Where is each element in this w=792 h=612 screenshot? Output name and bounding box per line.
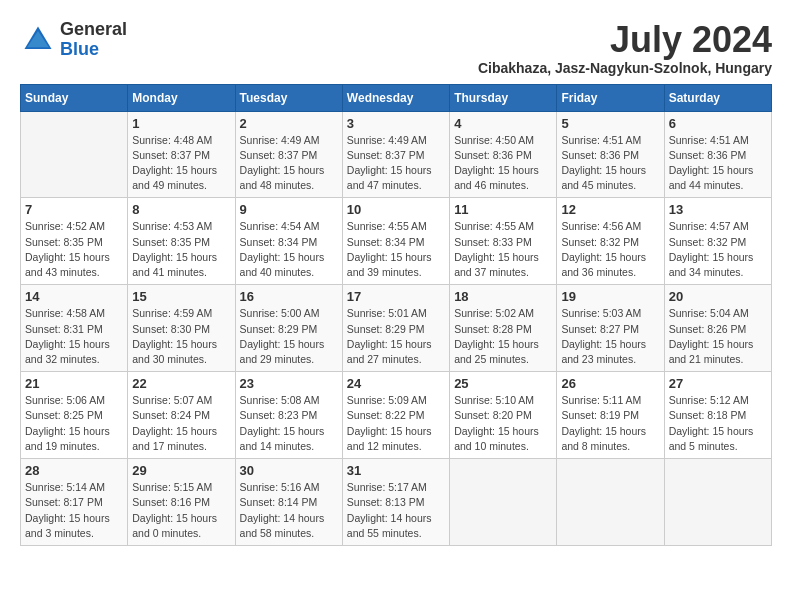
calendar-cell: 25Sunrise: 5:10 AM Sunset: 8:20 PM Dayli… <box>450 372 557 459</box>
day-number: 20 <box>669 289 767 304</box>
calendar-cell: 4Sunrise: 4:50 AM Sunset: 8:36 PM Daylig… <box>450 111 557 198</box>
day-info: Sunrise: 5:09 AM Sunset: 8:22 PM Dayligh… <box>347 393 445 454</box>
month-title: July 2024 <box>478 20 772 60</box>
day-info: Sunrise: 4:50 AM Sunset: 8:36 PM Dayligh… <box>454 133 552 194</box>
calendar-cell: 16Sunrise: 5:00 AM Sunset: 8:29 PM Dayli… <box>235 285 342 372</box>
calendar-cell <box>557 459 664 546</box>
day-number: 14 <box>25 289 123 304</box>
day-info: Sunrise: 5:00 AM Sunset: 8:29 PM Dayligh… <box>240 306 338 367</box>
day-number: 16 <box>240 289 338 304</box>
calendar-cell <box>664 459 771 546</box>
calendar-cell: 8Sunrise: 4:53 AM Sunset: 8:35 PM Daylig… <box>128 198 235 285</box>
calendar-cell: 7Sunrise: 4:52 AM Sunset: 8:35 PM Daylig… <box>21 198 128 285</box>
day-number: 11 <box>454 202 552 217</box>
calendar-cell: 9Sunrise: 4:54 AM Sunset: 8:34 PM Daylig… <box>235 198 342 285</box>
day-info: Sunrise: 4:57 AM Sunset: 8:32 PM Dayligh… <box>669 219 767 280</box>
day-info: Sunrise: 4:51 AM Sunset: 8:36 PM Dayligh… <box>561 133 659 194</box>
day-info: Sunrise: 5:01 AM Sunset: 8:29 PM Dayligh… <box>347 306 445 367</box>
header-cell-saturday: Saturday <box>664 84 771 111</box>
day-info: Sunrise: 4:55 AM Sunset: 8:34 PM Dayligh… <box>347 219 445 280</box>
day-info: Sunrise: 4:49 AM Sunset: 8:37 PM Dayligh… <box>240 133 338 194</box>
day-info: Sunrise: 5:07 AM Sunset: 8:24 PM Dayligh… <box>132 393 230 454</box>
calendar-cell: 24Sunrise: 5:09 AM Sunset: 8:22 PM Dayli… <box>342 372 449 459</box>
day-number: 27 <box>669 376 767 391</box>
calendar-week-row: 1Sunrise: 4:48 AM Sunset: 8:37 PM Daylig… <box>21 111 772 198</box>
day-info: Sunrise: 4:55 AM Sunset: 8:33 PM Dayligh… <box>454 219 552 280</box>
day-number: 12 <box>561 202 659 217</box>
day-number: 18 <box>454 289 552 304</box>
day-number: 26 <box>561 376 659 391</box>
calendar-cell: 19Sunrise: 5:03 AM Sunset: 8:27 PM Dayli… <box>557 285 664 372</box>
day-info: Sunrise: 5:12 AM Sunset: 8:18 PM Dayligh… <box>669 393 767 454</box>
calendar-cell: 17Sunrise: 5:01 AM Sunset: 8:29 PM Dayli… <box>342 285 449 372</box>
day-info: Sunrise: 4:51 AM Sunset: 8:36 PM Dayligh… <box>669 133 767 194</box>
calendar-cell: 29Sunrise: 5:15 AM Sunset: 8:16 PM Dayli… <box>128 459 235 546</box>
location-title: Cibakhaza, Jasz-Nagykun-Szolnok, Hungary <box>478 60 772 76</box>
day-number: 24 <box>347 376 445 391</box>
day-info: Sunrise: 4:58 AM Sunset: 8:31 PM Dayligh… <box>25 306 123 367</box>
day-number: 1 <box>132 116 230 131</box>
calendar-body: 1Sunrise: 4:48 AM Sunset: 8:37 PM Daylig… <box>21 111 772 545</box>
logo: General Blue <box>20 20 127 60</box>
calendar-cell: 6Sunrise: 4:51 AM Sunset: 8:36 PM Daylig… <box>664 111 771 198</box>
logo-line1: General <box>60 19 127 39</box>
calendar-cell: 22Sunrise: 5:07 AM Sunset: 8:24 PM Dayli… <box>128 372 235 459</box>
day-info: Sunrise: 5:11 AM Sunset: 8:19 PM Dayligh… <box>561 393 659 454</box>
day-info: Sunrise: 4:53 AM Sunset: 8:35 PM Dayligh… <box>132 219 230 280</box>
calendar-header-row: SundayMondayTuesdayWednesdayThursdayFrid… <box>21 84 772 111</box>
day-info: Sunrise: 4:59 AM Sunset: 8:30 PM Dayligh… <box>132 306 230 367</box>
calendar-cell: 14Sunrise: 4:58 AM Sunset: 8:31 PM Dayli… <box>21 285 128 372</box>
day-number: 7 <box>25 202 123 217</box>
day-info: Sunrise: 4:52 AM Sunset: 8:35 PM Dayligh… <box>25 219 123 280</box>
calendar-cell <box>21 111 128 198</box>
day-number: 28 <box>25 463 123 478</box>
day-info: Sunrise: 5:08 AM Sunset: 8:23 PM Dayligh… <box>240 393 338 454</box>
day-number: 4 <box>454 116 552 131</box>
day-number: 21 <box>25 376 123 391</box>
calendar-cell: 18Sunrise: 5:02 AM Sunset: 8:28 PM Dayli… <box>450 285 557 372</box>
calendar-cell: 28Sunrise: 5:14 AM Sunset: 8:17 PM Dayli… <box>21 459 128 546</box>
header-cell-sunday: Sunday <box>21 84 128 111</box>
day-number: 19 <box>561 289 659 304</box>
day-number: 6 <box>669 116 767 131</box>
calendar-cell: 15Sunrise: 4:59 AM Sunset: 8:30 PM Dayli… <box>128 285 235 372</box>
logo-text: General Blue <box>60 20 127 60</box>
day-info: Sunrise: 5:15 AM Sunset: 8:16 PM Dayligh… <box>132 480 230 541</box>
header-cell-tuesday: Tuesday <box>235 84 342 111</box>
header-cell-monday: Monday <box>128 84 235 111</box>
day-number: 9 <box>240 202 338 217</box>
header-cell-friday: Friday <box>557 84 664 111</box>
logo-line2: Blue <box>60 39 99 59</box>
calendar-cell: 21Sunrise: 5:06 AM Sunset: 8:25 PM Dayli… <box>21 372 128 459</box>
calendar-cell: 10Sunrise: 4:55 AM Sunset: 8:34 PM Dayli… <box>342 198 449 285</box>
day-info: Sunrise: 5:14 AM Sunset: 8:17 PM Dayligh… <box>25 480 123 541</box>
day-number: 15 <box>132 289 230 304</box>
day-number: 30 <box>240 463 338 478</box>
day-number: 8 <box>132 202 230 217</box>
calendar-cell: 3Sunrise: 4:49 AM Sunset: 8:37 PM Daylig… <box>342 111 449 198</box>
calendar-cell: 26Sunrise: 5:11 AM Sunset: 8:19 PM Dayli… <box>557 372 664 459</box>
day-number: 2 <box>240 116 338 131</box>
calendar-week-row: 28Sunrise: 5:14 AM Sunset: 8:17 PM Dayli… <box>21 459 772 546</box>
day-number: 3 <box>347 116 445 131</box>
day-info: Sunrise: 4:49 AM Sunset: 8:37 PM Dayligh… <box>347 133 445 194</box>
calendar-cell: 5Sunrise: 4:51 AM Sunset: 8:36 PM Daylig… <box>557 111 664 198</box>
calendar-cell: 12Sunrise: 4:56 AM Sunset: 8:32 PM Dayli… <box>557 198 664 285</box>
day-info: Sunrise: 4:54 AM Sunset: 8:34 PM Dayligh… <box>240 219 338 280</box>
day-info: Sunrise: 5:10 AM Sunset: 8:20 PM Dayligh… <box>454 393 552 454</box>
day-info: Sunrise: 4:48 AM Sunset: 8:37 PM Dayligh… <box>132 133 230 194</box>
day-info: Sunrise: 5:16 AM Sunset: 8:14 PM Dayligh… <box>240 480 338 541</box>
day-info: Sunrise: 5:04 AM Sunset: 8:26 PM Dayligh… <box>669 306 767 367</box>
header-cell-wednesday: Wednesday <box>342 84 449 111</box>
calendar-table: SundayMondayTuesdayWednesdayThursdayFrid… <box>20 84 772 546</box>
day-number: 13 <box>669 202 767 217</box>
calendar-cell: 23Sunrise: 5:08 AM Sunset: 8:23 PM Dayli… <box>235 372 342 459</box>
calendar-cell: 1Sunrise: 4:48 AM Sunset: 8:37 PM Daylig… <box>128 111 235 198</box>
calendar-cell: 13Sunrise: 4:57 AM Sunset: 8:32 PM Dayli… <box>664 198 771 285</box>
day-number: 25 <box>454 376 552 391</box>
day-info: Sunrise: 5:02 AM Sunset: 8:28 PM Dayligh… <box>454 306 552 367</box>
page-header: General Blue July 2024 Cibakhaza, Jasz-N… <box>20 20 772 76</box>
day-number: 5 <box>561 116 659 131</box>
day-number: 22 <box>132 376 230 391</box>
day-info: Sunrise: 5:06 AM Sunset: 8:25 PM Dayligh… <box>25 393 123 454</box>
